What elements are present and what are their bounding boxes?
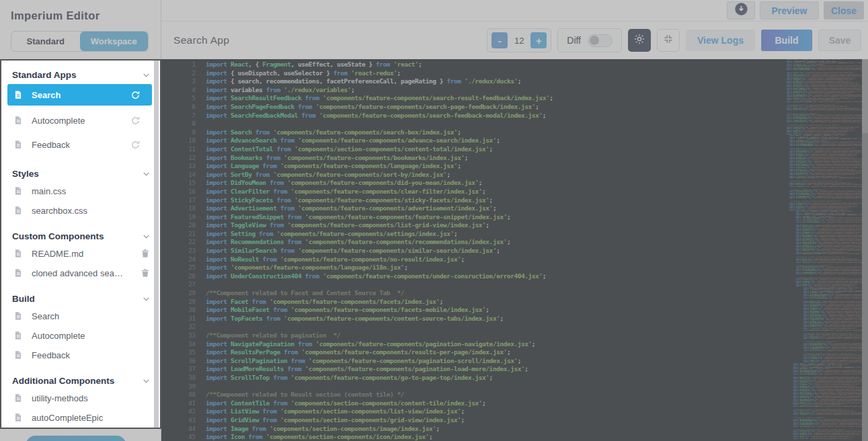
section-additional-components: Additional Componentsutility-methodsauto… <box>1 366 160 429</box>
file-tree-scrollbar-thumb[interactable] <box>154 61 159 429</box>
file-icon <box>13 331 23 340</box>
file-icon <box>13 311 23 321</box>
sidebar-item-autocomplete[interactable]: Autocomplete <box>7 111 152 130</box>
trash-icon[interactable] <box>141 249 150 258</box>
sidebar-item-label: searchbox.css <box>32 206 87 216</box>
refresh-icon[interactable] <box>130 90 141 100</box>
chevron-down-icon[interactable] <box>142 376 151 385</box>
chevron-down-icon[interactable] <box>142 294 151 303</box>
refresh-icon[interactable] <box>130 116 141 126</box>
file-icon <box>13 206 23 215</box>
file-icon <box>13 249 23 258</box>
sidebar-item-label: README.md <box>32 249 83 259</box>
file-icon <box>13 393 23 403</box>
sidebar-item-search[interactable]: Search <box>7 84 152 106</box>
section-title: Styles <box>12 169 39 179</box>
sidebar-item-main-css[interactable]: main.css <box>7 183 152 199</box>
sidebar-item-label: Search <box>32 90 61 100</box>
sidebar-item-utility-methods[interactable]: utility-methods <box>7 390 152 406</box>
section-title: Build <box>12 294 35 304</box>
file-icon <box>13 186 23 196</box>
sidebar-item-autocomplete[interactable]: Autocomplete <box>7 327 152 344</box>
file-icon <box>13 140 23 149</box>
refresh-icon[interactable] <box>130 140 141 150</box>
section-custom-components: Custom ComponentsREADME.mdcloned advance… <box>1 222 160 281</box>
sidebar-item-label: Search <box>32 311 59 321</box>
section-title: Additional Components <box>12 376 114 386</box>
sidebar-item-label: Feedback <box>32 350 70 360</box>
app-root: Imperium Editor Standard Workspace Stand… <box>0 0 868 441</box>
section-title: Custom Components <box>12 231 104 241</box>
sidebar-item-label: utility-methods <box>32 393 88 403</box>
sidebar-item-label: main.css <box>32 186 66 196</box>
sidebar-item-searchbox-css[interactable]: searchbox.css <box>7 202 152 218</box>
sidebar-item-cloned-advanced-search-167-[interactable]: cloned advanced search-167... <box>7 265 152 281</box>
sidebar-item-feedback[interactable]: Feedback <box>7 135 152 154</box>
file-icon <box>13 413 23 422</box>
sidebar-item-autocompleteepic[interactable]: autoCompleteEpic <box>7 409 152 426</box>
section-styles: Stylesmain.csssearchbox.css <box>1 159 160 218</box>
sidebar-item-label: Autocomplete <box>32 331 85 341</box>
file-icon <box>13 116 23 125</box>
file-icon <box>13 90 23 99</box>
trash-icon[interactable] <box>141 268 150 278</box>
section-build: BuildSearchAutocompleteFeedback <box>1 284 160 363</box>
file-icon <box>13 350 23 360</box>
file-icon <box>13 268 23 278</box>
chevron-down-icon[interactable] <box>142 232 151 241</box>
sidebar-item-search[interactable]: Search <box>7 308 152 324</box>
section-standard-apps: Standard AppsSearchAutocompleteFeedback <box>1 61 160 154</box>
sidebar-item-label: Autocomplete <box>32 116 85 126</box>
sidebar-item-label: autoCompleteEpic <box>32 413 103 423</box>
chevron-down-icon[interactable] <box>142 169 151 178</box>
section-title: Standard Apps <box>12 70 77 80</box>
file-tree-panel: Standard AppsSearchAutocompleteFeedbackS… <box>0 59 161 429</box>
sidebar-item-feedback[interactable]: Feedback <box>7 347 152 363</box>
sidebar-item-label: cloned advanced search-167... <box>32 268 126 278</box>
sidebar-item-label: Feedback <box>32 140 70 150</box>
sidebar-item-readme-md[interactable]: README.md <box>7 245 152 262</box>
chevron-down-icon[interactable] <box>142 71 151 79</box>
